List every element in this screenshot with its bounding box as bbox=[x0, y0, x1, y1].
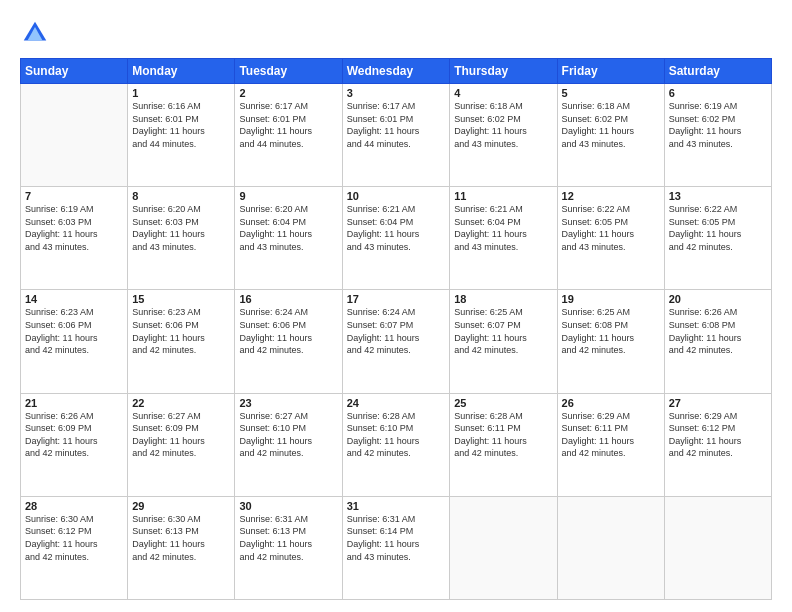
day-number: 12 bbox=[562, 190, 660, 202]
calendar-table: SundayMondayTuesdayWednesdayThursdayFrid… bbox=[20, 58, 772, 600]
day-number: 7 bbox=[25, 190, 123, 202]
calendar-cell: 21Sunrise: 6:26 AM Sunset: 6:09 PM Dayli… bbox=[21, 393, 128, 496]
calendar-cell: 14Sunrise: 6:23 AM Sunset: 6:06 PM Dayli… bbox=[21, 290, 128, 393]
calendar-cell: 19Sunrise: 6:25 AM Sunset: 6:08 PM Dayli… bbox=[557, 290, 664, 393]
calendar-cell: 8Sunrise: 6:20 AM Sunset: 6:03 PM Daylig… bbox=[128, 187, 235, 290]
day-number: 11 bbox=[454, 190, 552, 202]
page: SundayMondayTuesdayWednesdayThursdayFrid… bbox=[0, 0, 792, 612]
day-number: 1 bbox=[132, 87, 230, 99]
day-number: 19 bbox=[562, 293, 660, 305]
day-info: Sunrise: 6:16 AM Sunset: 6:01 PM Dayligh… bbox=[132, 100, 230, 150]
calendar-cell: 4Sunrise: 6:18 AM Sunset: 6:02 PM Daylig… bbox=[450, 84, 557, 187]
day-info: Sunrise: 6:17 AM Sunset: 6:01 PM Dayligh… bbox=[239, 100, 337, 150]
calendar-cell: 17Sunrise: 6:24 AM Sunset: 6:07 PM Dayli… bbox=[342, 290, 450, 393]
week-row-1: 7Sunrise: 6:19 AM Sunset: 6:03 PM Daylig… bbox=[21, 187, 772, 290]
calendar-cell: 31Sunrise: 6:31 AM Sunset: 6:14 PM Dayli… bbox=[342, 496, 450, 599]
logo-icon bbox=[20, 18, 50, 48]
calendar-cell bbox=[664, 496, 771, 599]
day-number: 25 bbox=[454, 397, 552, 409]
day-number: 29 bbox=[132, 500, 230, 512]
day-info: Sunrise: 6:20 AM Sunset: 6:04 PM Dayligh… bbox=[239, 203, 337, 253]
day-info: Sunrise: 6:23 AM Sunset: 6:06 PM Dayligh… bbox=[25, 306, 123, 356]
calendar-cell: 1Sunrise: 6:16 AM Sunset: 6:01 PM Daylig… bbox=[128, 84, 235, 187]
day-info: Sunrise: 6:17 AM Sunset: 6:01 PM Dayligh… bbox=[347, 100, 446, 150]
day-number: 17 bbox=[347, 293, 446, 305]
day-number: 18 bbox=[454, 293, 552, 305]
header-row: SundayMondayTuesdayWednesdayThursdayFrid… bbox=[21, 59, 772, 84]
calendar-cell: 13Sunrise: 6:22 AM Sunset: 6:05 PM Dayli… bbox=[664, 187, 771, 290]
calendar-cell: 2Sunrise: 6:17 AM Sunset: 6:01 PM Daylig… bbox=[235, 84, 342, 187]
day-info: Sunrise: 6:25 AM Sunset: 6:08 PM Dayligh… bbox=[562, 306, 660, 356]
logo bbox=[20, 18, 52, 48]
day-info: Sunrise: 6:24 AM Sunset: 6:06 PM Dayligh… bbox=[239, 306, 337, 356]
header-day-saturday: Saturday bbox=[664, 59, 771, 84]
day-info: Sunrise: 6:22 AM Sunset: 6:05 PM Dayligh… bbox=[669, 203, 767, 253]
day-number: 20 bbox=[669, 293, 767, 305]
header-day-sunday: Sunday bbox=[21, 59, 128, 84]
day-info: Sunrise: 6:19 AM Sunset: 6:03 PM Dayligh… bbox=[25, 203, 123, 253]
calendar-cell: 9Sunrise: 6:20 AM Sunset: 6:04 PM Daylig… bbox=[235, 187, 342, 290]
day-info: Sunrise: 6:31 AM Sunset: 6:14 PM Dayligh… bbox=[347, 513, 446, 563]
day-number: 3 bbox=[347, 87, 446, 99]
day-number: 30 bbox=[239, 500, 337, 512]
day-number: 21 bbox=[25, 397, 123, 409]
calendar-cell: 28Sunrise: 6:30 AM Sunset: 6:12 PM Dayli… bbox=[21, 496, 128, 599]
day-info: Sunrise: 6:25 AM Sunset: 6:07 PM Dayligh… bbox=[454, 306, 552, 356]
day-info: Sunrise: 6:26 AM Sunset: 6:09 PM Dayligh… bbox=[25, 410, 123, 460]
calendar-cell: 27Sunrise: 6:29 AM Sunset: 6:12 PM Dayli… bbox=[664, 393, 771, 496]
calendar-cell bbox=[21, 84, 128, 187]
day-info: Sunrise: 6:21 AM Sunset: 6:04 PM Dayligh… bbox=[347, 203, 446, 253]
calendar-cell: 11Sunrise: 6:21 AM Sunset: 6:04 PM Dayli… bbox=[450, 187, 557, 290]
day-number: 26 bbox=[562, 397, 660, 409]
calendar-cell: 24Sunrise: 6:28 AM Sunset: 6:10 PM Dayli… bbox=[342, 393, 450, 496]
calendar-cell bbox=[557, 496, 664, 599]
calendar-cell: 15Sunrise: 6:23 AM Sunset: 6:06 PM Dayli… bbox=[128, 290, 235, 393]
calendar-cell: 23Sunrise: 6:27 AM Sunset: 6:10 PM Dayli… bbox=[235, 393, 342, 496]
day-number: 4 bbox=[454, 87, 552, 99]
day-info: Sunrise: 6:21 AM Sunset: 6:04 PM Dayligh… bbox=[454, 203, 552, 253]
day-number: 6 bbox=[669, 87, 767, 99]
day-number: 24 bbox=[347, 397, 446, 409]
day-number: 9 bbox=[239, 190, 337, 202]
calendar-cell: 5Sunrise: 6:18 AM Sunset: 6:02 PM Daylig… bbox=[557, 84, 664, 187]
day-info: Sunrise: 6:24 AM Sunset: 6:07 PM Dayligh… bbox=[347, 306, 446, 356]
day-number: 31 bbox=[347, 500, 446, 512]
day-info: Sunrise: 6:28 AM Sunset: 6:10 PM Dayligh… bbox=[347, 410, 446, 460]
week-row-2: 14Sunrise: 6:23 AM Sunset: 6:06 PM Dayli… bbox=[21, 290, 772, 393]
day-info: Sunrise: 6:31 AM Sunset: 6:13 PM Dayligh… bbox=[239, 513, 337, 563]
day-info: Sunrise: 6:18 AM Sunset: 6:02 PM Dayligh… bbox=[562, 100, 660, 150]
day-number: 10 bbox=[347, 190, 446, 202]
calendar-header: SundayMondayTuesdayWednesdayThursdayFrid… bbox=[21, 59, 772, 84]
header-day-tuesday: Tuesday bbox=[235, 59, 342, 84]
week-row-4: 28Sunrise: 6:30 AM Sunset: 6:12 PM Dayli… bbox=[21, 496, 772, 599]
day-info: Sunrise: 6:20 AM Sunset: 6:03 PM Dayligh… bbox=[132, 203, 230, 253]
day-number: 5 bbox=[562, 87, 660, 99]
day-info: Sunrise: 6:18 AM Sunset: 6:02 PM Dayligh… bbox=[454, 100, 552, 150]
day-number: 28 bbox=[25, 500, 123, 512]
calendar-cell: 10Sunrise: 6:21 AM Sunset: 6:04 PM Dayli… bbox=[342, 187, 450, 290]
calendar-cell: 12Sunrise: 6:22 AM Sunset: 6:05 PM Dayli… bbox=[557, 187, 664, 290]
day-number: 14 bbox=[25, 293, 123, 305]
day-number: 2 bbox=[239, 87, 337, 99]
day-number: 23 bbox=[239, 397, 337, 409]
day-info: Sunrise: 6:29 AM Sunset: 6:11 PM Dayligh… bbox=[562, 410, 660, 460]
day-number: 8 bbox=[132, 190, 230, 202]
header bbox=[20, 18, 772, 48]
header-day-thursday: Thursday bbox=[450, 59, 557, 84]
day-number: 27 bbox=[669, 397, 767, 409]
calendar-cell: 26Sunrise: 6:29 AM Sunset: 6:11 PM Dayli… bbox=[557, 393, 664, 496]
calendar-body: 1Sunrise: 6:16 AM Sunset: 6:01 PM Daylig… bbox=[21, 84, 772, 600]
day-info: Sunrise: 6:26 AM Sunset: 6:08 PM Dayligh… bbox=[669, 306, 767, 356]
day-info: Sunrise: 6:22 AM Sunset: 6:05 PM Dayligh… bbox=[562, 203, 660, 253]
header-day-friday: Friday bbox=[557, 59, 664, 84]
day-info: Sunrise: 6:29 AM Sunset: 6:12 PM Dayligh… bbox=[669, 410, 767, 460]
header-day-monday: Monday bbox=[128, 59, 235, 84]
day-info: Sunrise: 6:28 AM Sunset: 6:11 PM Dayligh… bbox=[454, 410, 552, 460]
calendar-cell: 29Sunrise: 6:30 AM Sunset: 6:13 PM Dayli… bbox=[128, 496, 235, 599]
day-number: 22 bbox=[132, 397, 230, 409]
calendar-cell: 30Sunrise: 6:31 AM Sunset: 6:13 PM Dayli… bbox=[235, 496, 342, 599]
calendar-cell: 6Sunrise: 6:19 AM Sunset: 6:02 PM Daylig… bbox=[664, 84, 771, 187]
calendar-cell: 22Sunrise: 6:27 AM Sunset: 6:09 PM Dayli… bbox=[128, 393, 235, 496]
day-number: 15 bbox=[132, 293, 230, 305]
calendar-cell: 3Sunrise: 6:17 AM Sunset: 6:01 PM Daylig… bbox=[342, 84, 450, 187]
